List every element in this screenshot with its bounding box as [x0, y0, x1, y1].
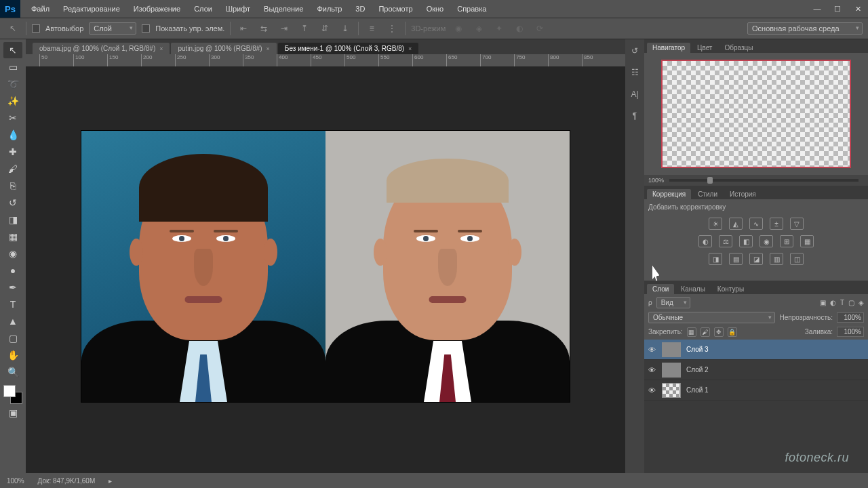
- menu-type[interactable]: Шрифт: [219, 5, 257, 13]
- tab-history[interactable]: История: [724, 189, 762, 199]
- lock-position-icon[interactable]: ✥: [714, 327, 724, 337]
- foreground-color-icon[interactable]: [3, 385, 16, 397]
- filter-type-icon[interactable]: T: [840, 299, 844, 306]
- tab-paths[interactable]: Контуры: [712, 284, 749, 294]
- document-tab[interactable]: Без имени-1 @ 100% (Слой 3, RGB/8)×: [278, 43, 419, 54]
- horizontal-ruler[interactable]: 5010015020025030035040045050055060065070…: [26, 54, 625, 66]
- layer-name[interactable]: Слой 1: [686, 386, 709, 394]
- selective-color-icon[interactable]: ◫: [790, 253, 804, 265]
- align-right-icon[interactable]: ⇥: [277, 22, 292, 35]
- autoselect-target-dropdown[interactable]: Слой: [89, 22, 136, 35]
- align-bottom-icon[interactable]: ⤓: [338, 22, 353, 35]
- history-icon[interactable]: ↺: [629, 45, 641, 57]
- tab-layers[interactable]: Слои: [647, 284, 674, 294]
- navigator-preview[interactable]: [661, 60, 851, 168]
- tab-navigator[interactable]: Навигатор: [647, 43, 690, 53]
- workspace-dropdown[interactable]: Основная рабочая среда: [747, 22, 863, 35]
- gradient-map-icon[interactable]: ▥: [770, 253, 783, 265]
- show-controls-checkbox[interactable]: [142, 24, 150, 33]
- channel-mixer-icon[interactable]: ⊞: [780, 235, 793, 247]
- history-brush-tool[interactable]: ↺: [3, 195, 22, 211]
- canvas[interactable]: [81, 131, 570, 402]
- hand-tool[interactable]: ✋: [3, 347, 22, 363]
- invert-icon[interactable]: ◨: [709, 253, 722, 265]
- pen-tool[interactable]: ✒: [3, 279, 22, 296]
- paragraph-icon[interactable]: ¶: [629, 110, 641, 122]
- filter-pixel-icon[interactable]: ▣: [820, 299, 826, 306]
- align-center-v-icon[interactable]: ⇵: [317, 22, 332, 35]
- layer-visibility-icon[interactable]: 👁: [647, 366, 656, 374]
- status-zoom[interactable]: 100%: [7, 477, 24, 485]
- align-center-h-icon[interactable]: ⇆: [256, 22, 271, 35]
- layer-thumbnail[interactable]: [662, 363, 681, 378]
- healing-brush-tool[interactable]: ✚: [3, 144, 22, 160]
- curves-icon[interactable]: ∿: [749, 218, 763, 230]
- navigator-zoom-slider[interactable]: [669, 179, 859, 182]
- canvas-viewport[interactable]: [26, 66, 625, 473]
- align-left-icon[interactable]: ⇤: [236, 22, 251, 35]
- character-icon[interactable]: A|: [629, 88, 641, 100]
- magic-wand-tool[interactable]: ✨: [3, 93, 22, 109]
- path-select-tool[interactable]: ▲: [3, 313, 22, 329]
- filter-adjust-icon[interactable]: ◐: [830, 299, 836, 306]
- brightness-icon[interactable]: ☀: [709, 218, 722, 230]
- close-tab-icon[interactable]: ×: [159, 45, 163, 52]
- zoom-tool[interactable]: 🔍: [3, 364, 22, 380]
- menu-layers[interactable]: Слои: [187, 5, 219, 13]
- color-swatch[interactable]: [3, 385, 22, 404]
- menu-3d[interactable]: 3D: [349, 5, 372, 13]
- layer-visibility-icon[interactable]: 👁: [647, 386, 656, 394]
- lock-pixels-icon[interactable]: 🖌: [701, 327, 710, 337]
- move-tool[interactable]: ↖: [3, 42, 22, 58]
- layer-name[interactable]: Слой 2: [686, 366, 709, 373]
- filter-shape-icon[interactable]: ▢: [848, 299, 854, 306]
- tab-adjustments[interactable]: Коррекция: [647, 189, 691, 199]
- menu-image[interactable]: Изображение: [127, 5, 187, 13]
- close-button[interactable]: ✕: [848, 0, 868, 18]
- exposure-icon[interactable]: ±: [770, 218, 783, 230]
- layer-name[interactable]: Слой 3: [686, 346, 709, 353]
- minimize-button[interactable]: —: [807, 0, 827, 18]
- layer-row[interactable]: 👁Слой 2: [644, 360, 868, 380]
- levels-icon[interactable]: ◭: [729, 218, 743, 230]
- menu-edit[interactable]: Редактирование: [56, 5, 127, 13]
- status-doc-info[interactable]: Док: 847,9K/1,60M: [38, 477, 96, 485]
- clone-stamp-tool[interactable]: ⎘: [3, 178, 22, 194]
- menu-view[interactable]: Просмотр: [372, 5, 419, 13]
- 3d-icon-2[interactable]: ◈: [471, 22, 486, 35]
- marquee-tool[interactable]: ▭: [3, 59, 22, 75]
- lock-all-icon[interactable]: 🔒: [728, 327, 737, 337]
- menu-window[interactable]: Окно: [420, 5, 451, 13]
- layer-thumbnail[interactable]: [662, 383, 681, 398]
- hue-icon[interactable]: ◐: [698, 235, 712, 247]
- tab-styles[interactable]: Стили: [692, 189, 723, 199]
- color-lookup-icon[interactable]: ▦: [800, 235, 814, 247]
- tab-color[interactable]: Цвет: [692, 43, 717, 53]
- autoselect-checkbox[interactable]: [32, 24, 40, 33]
- crop-tool[interactable]: ✂: [3, 110, 22, 126]
- menu-filter[interactable]: Фильтр: [310, 5, 349, 13]
- align-top-icon[interactable]: ⤒: [297, 22, 312, 35]
- posterize-icon[interactable]: ▤: [729, 253, 743, 265]
- tab-swatches[interactable]: Образцы: [719, 43, 758, 53]
- layer-filter-dropdown[interactable]: Вид: [656, 297, 690, 308]
- threshold-icon[interactable]: ◪: [749, 253, 763, 265]
- 3d-icon-1[interactable]: ◉: [451, 22, 466, 35]
- menu-help[interactable]: Справка: [450, 5, 493, 13]
- 3d-icon-3[interactable]: ✦: [492, 22, 507, 35]
- document-tab[interactable]: obama.jpg @ 100% (Слой 1, RGB/8#)×: [33, 43, 170, 54]
- eraser-tool[interactable]: ◨: [3, 211, 22, 228]
- lock-transparency-icon[interactable]: ▦: [687, 327, 696, 337]
- layer-row[interactable]: 👁Слой 3: [644, 340, 868, 360]
- gradient-tool[interactable]: ▦: [3, 228, 22, 245]
- 3d-icon-4[interactable]: ◐: [512, 22, 527, 35]
- brush-tool[interactable]: 🖌: [3, 161, 22, 177]
- menu-file[interactable]: Файл: [24, 5, 56, 13]
- filter-smart-icon[interactable]: ◈: [859, 299, 864, 306]
- opacity-input[interactable]: 100%: [837, 312, 864, 323]
- maximize-button[interactable]: ☐: [827, 0, 848, 18]
- tab-channels[interactable]: Каналы: [675, 284, 711, 294]
- type-tool[interactable]: T: [3, 296, 22, 312]
- menu-select[interactable]: Выделение: [257, 5, 310, 13]
- layer-visibility-icon[interactable]: 👁: [647, 346, 656, 354]
